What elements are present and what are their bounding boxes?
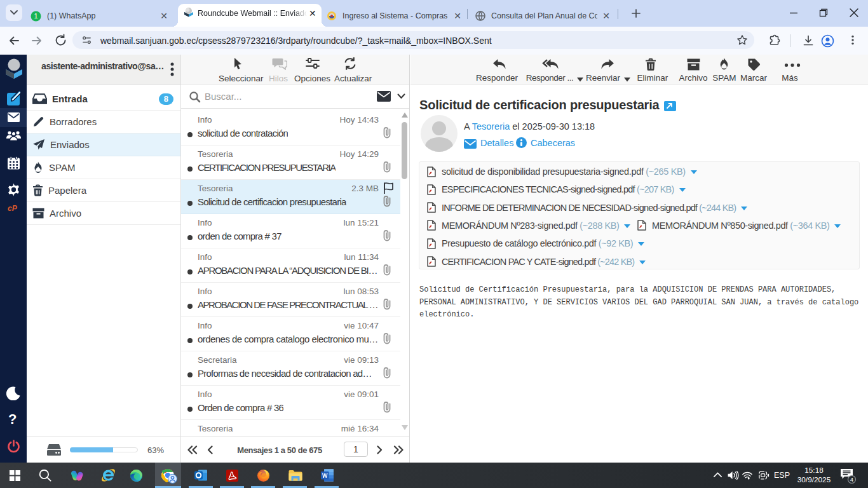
svg-text:4: 4 bbox=[850, 476, 853, 483]
svg-text:1: 1 bbox=[34, 12, 37, 20]
svg-text:cP: cP bbox=[8, 204, 18, 212]
